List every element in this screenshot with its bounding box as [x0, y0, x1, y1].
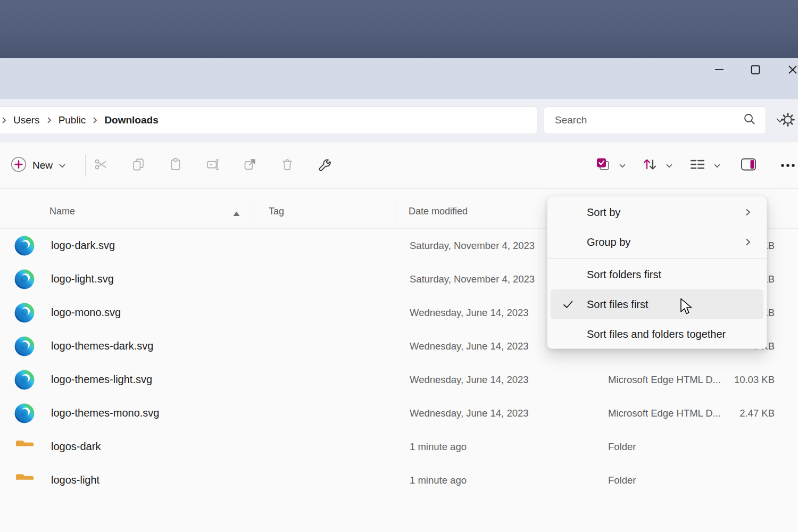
- breadcrumb-item-public[interactable]: Public: [56, 114, 88, 126]
- breadcrumb-item-users[interactable]: Users: [11, 114, 42, 126]
- clipboard-icon: [168, 157, 183, 174]
- sort-arrows-icon: [641, 156, 658, 174]
- select-all-icon: [595, 156, 611, 174]
- chevron-right-icon: [745, 208, 751, 217]
- menu-item-sort-by[interactable]: Sort by: [551, 197, 763, 227]
- sort-dropdown-button[interactable]: [662, 153, 677, 178]
- file-row[interactable]: logos-light 1 minute ago Folder: [0, 463, 798, 497]
- column-header-tag[interactable]: Tag: [269, 195, 284, 228]
- edge-logo-icon: [14, 236, 35, 256]
- file-type-icon: [13, 363, 36, 396]
- close-button[interactable]: [781, 59, 798, 82]
- file-name: logo-themes-mono.svg: [51, 396, 159, 430]
- file-type-icon: [13, 262, 36, 296]
- folder-icon: [15, 472, 35, 489]
- file-date-modified: Wednesday, June 14, 2023: [410, 329, 529, 363]
- new-button-label: New: [32, 160, 53, 171]
- select-dropdown-button[interactable]: [615, 153, 630, 178]
- file-name: logos-light: [51, 463, 99, 497]
- chevron-down-icon: [619, 161, 626, 170]
- gear-icon: [780, 112, 795, 129]
- details-pane-button[interactable]: [737, 153, 760, 178]
- menu-item-group-by[interactable]: Group by: [551, 227, 763, 257]
- file-type-icon: [13, 430, 36, 463]
- share-icon: [243, 157, 257, 174]
- close-icon: [787, 64, 798, 77]
- sort-context-menu: Sort by Group by Sort folders first Sort…: [547, 196, 767, 349]
- command-toolbar: New: [0, 142, 798, 189]
- chevron-right-icon: [88, 117, 102, 124]
- edge-logo-icon: [14, 303, 35, 323]
- chevron-down-icon: [666, 161, 673, 170]
- toolbar-divider: [85, 154, 86, 177]
- chevron-down-icon: [59, 161, 66, 170]
- edge-logo-icon: [14, 370, 35, 390]
- sort-button[interactable]: [638, 153, 661, 178]
- search-input[interactable]: [544, 114, 743, 126]
- rename-button[interactable]: [202, 153, 224, 178]
- file-row[interactable]: logo-themes-mono.svg Wednesday, June 14,…: [0, 396, 798, 430]
- chevron-right-icon: [0, 117, 11, 124]
- file-name: logo-mono.svg: [51, 296, 121, 329]
- wrench-icon: [317, 156, 332, 174]
- share-icon-button[interactable]: [239, 153, 261, 178]
- menu-separator: [547, 258, 767, 259]
- file-name: logo-dark.svg: [51, 229, 115, 262]
- header-divider[interactable]: [254, 197, 254, 226]
- address-row: Users Public Downloads: [0, 99, 798, 142]
- file-row[interactable]: logos-dark 1 minute ago Folder: [0, 430, 798, 463]
- file-date-modified: Saturday, November 4, 2023: [410, 229, 535, 262]
- copy-button[interactable]: [127, 153, 149, 178]
- file-date-modified: Saturday, November 4, 2023: [410, 262, 535, 296]
- delete-button[interactable]: [276, 153, 298, 178]
- view-button[interactable]: [686, 153, 709, 178]
- paste-button[interactable]: [164, 153, 187, 178]
- edge-logo-icon: [14, 403, 35, 423]
- file-name: logo-light.svg: [51, 262, 114, 296]
- file-size: 10.03 KB: [702, 363, 786, 396]
- file-name: logo-themes-light.svg: [51, 363, 152, 396]
- mouse-cursor: [680, 298, 697, 319]
- file-name: logos-dark: [51, 430, 101, 463]
- cut-button[interactable]: [90, 153, 112, 178]
- column-header-name[interactable]: Name: [49, 195, 75, 228]
- minimize-button[interactable]: [708, 59, 731, 82]
- rename-icon: [205, 157, 220, 174]
- file-size: [702, 430, 786, 463]
- new-button[interactable]: New: [4, 153, 72, 178]
- search-box[interactable]: [544, 106, 766, 134]
- copy-icon: [131, 157, 146, 174]
- details-pane-icon: [740, 157, 757, 174]
- desktop-background: [0, 0, 798, 58]
- more-ellipsis-icon: [779, 161, 796, 170]
- more-options-button[interactable]: [777, 153, 798, 178]
- settings-button[interactable]: [778, 112, 798, 130]
- menu-item-sort-folders-first[interactable]: Sort folders first: [551, 260, 763, 289]
- select-all-button[interactable]: [592, 153, 614, 178]
- file-date-modified: 1 minute ago: [410, 430, 467, 463]
- file-name: logo-themes-dark.svg: [51, 329, 153, 363]
- file-type-icon: [13, 396, 36, 430]
- folder-icon: [15, 438, 35, 455]
- menu-item-sort-files-first[interactable]: Sort files first: [551, 289, 763, 319]
- file-size: [702, 463, 786, 497]
- file-type-icon: [13, 296, 36, 329]
- column-header-date-modified[interactable]: Date modified: [409, 195, 468, 228]
- minimize-icon: [714, 64, 725, 77]
- file-size: 2.47 KB: [702, 396, 786, 430]
- scissors-icon: [94, 157, 109, 174]
- menu-item-sort-files-and-folders-together[interactable]: Sort files and folders together: [551, 319, 763, 349]
- properties-button[interactable]: [313, 153, 336, 178]
- view-dropdown-button[interactable]: [710, 153, 725, 178]
- maximize-button[interactable]: [744, 59, 767, 82]
- chevron-right-icon: [42, 117, 56, 124]
- maximize-icon: [750, 64, 761, 77]
- file-row[interactable]: logo-themes-light.svg Wednesday, June 14…: [0, 363, 798, 396]
- file-date-modified: 1 minute ago: [410, 463, 467, 497]
- checkmark-icon: [562, 300, 576, 309]
- breadcrumb-item-downloads[interactable]: Downloads: [102, 114, 160, 126]
- breadcrumb[interactable]: Users Public Downloads: [0, 106, 537, 134]
- search-icon: [743, 113, 756, 128]
- file-type-icon: [13, 329, 36, 363]
- header-divider[interactable]: [396, 197, 396, 226]
